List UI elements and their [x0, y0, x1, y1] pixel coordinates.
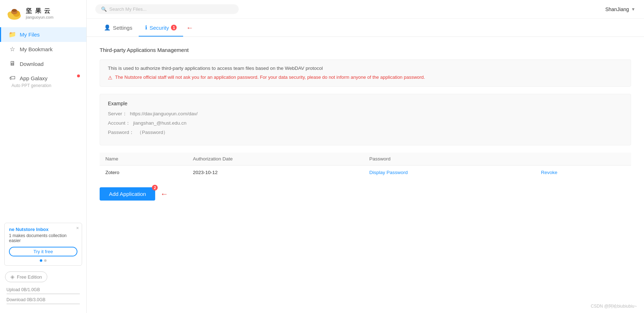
promo-desc: 1 makes documents collection easier: [9, 233, 77, 243]
sidebar-item-app-galaxy[interactable]: 🏷 App Galaxy: [0, 71, 86, 85]
password-value: （Password）: [137, 130, 168, 135]
download-label: Download 0B/3.0GB: [6, 297, 80, 302]
col-action: [535, 153, 631, 165]
password-label: Password：: [108, 130, 134, 135]
add-app-arrow-icon: ←: [160, 189, 168, 199]
svg-point-4: [12, 9, 17, 12]
topbar: 🔍 Search My Files... ShanJiang ▼: [87, 0, 644, 19]
add-app-area: Add Application 2 ←: [100, 187, 631, 201]
security-badge: 1: [171, 25, 177, 30]
sidebar: 坚 果 云 jianguoyun.com 📁 My Files ☆ My Boo…: [0, 0, 87, 313]
content-area: Third-party Applications Management This…: [87, 37, 644, 313]
promo-dot-2: [44, 259, 47, 262]
sidebar-item-label: App Galaxy: [20, 75, 48, 81]
server-label: Server：: [108, 111, 127, 116]
tab-settings[interactable]: 👤 Settings: [97, 19, 139, 37]
app-galaxy-badge: [77, 74, 80, 77]
add-application-label: Add Application: [109, 191, 146, 197]
example-account: Account： jiangshan_@hust.edu.cn: [108, 120, 623, 126]
info-box: This is used to authorize third-party ap…: [100, 59, 631, 87]
revoke-button[interactable]: Revoke: [541, 170, 557, 175]
try-it-free-button[interactable]: Try it free: [9, 247, 77, 256]
info-warning: ⚠ The Nutstore official staff will not a…: [108, 74, 623, 81]
tab-security[interactable]: ℹ Security 1: [139, 19, 183, 37]
account-label: Account：: [108, 120, 130, 126]
warning-text: The Nutstore official staff will not ask…: [115, 74, 425, 80]
free-edition-badge[interactable]: ◈ Free Edition: [5, 271, 47, 282]
search-placeholder: Search My Files...: [109, 6, 147, 12]
logo-en: jianguoyun.com: [26, 15, 53, 20]
logo-area: 坚 果 云 jianguoyun.com: [0, 0, 86, 26]
diamond-icon: ◈: [10, 274, 15, 280]
promo-card: × ne Nutstore Inbox 1 makes documents co…: [4, 223, 82, 266]
person-icon: 👤: [104, 24, 111, 31]
free-edition-label: Free Edition: [17, 274, 42, 280]
table-header: Name Authorization Date Password: [100, 153, 631, 165]
sidebar-item-label: My Bookmark: [20, 46, 53, 52]
server-value: https://dav.jianguoyun.com/dav/: [130, 111, 198, 116]
example-title: Example: [108, 101, 623, 106]
sidebar-item-label: Download: [20, 61, 44, 67]
footer-note: CSDN @阿哈biubiubiu~: [591, 303, 637, 309]
tab-security-label: Security: [149, 25, 169, 31]
warning-icon: ⚠: [108, 75, 113, 81]
sidebar-nav: 📁 My Files ☆ My Bookmark 🖥 Download 🏷 Ap…: [0, 26, 86, 220]
section-title: Third-party Applications Management: [100, 47, 631, 53]
upload-bar: [6, 293, 80, 294]
promo-dot-1: [40, 259, 42, 262]
promo-dots: [9, 259, 77, 262]
storage-info: Upload 0B/1.0GB Download 0B/3.0GB: [0, 285, 86, 313]
logo-icon: [6, 6, 23, 21]
monitor-icon: 🖥: [8, 60, 16, 67]
sidebar-item-my-files[interactable]: 📁 My Files: [0, 27, 86, 42]
promo-title: ne Nutstore Inbox: [9, 227, 77, 232]
table-body: Zotero 2023-10-12 Display Password Revok…: [100, 165, 631, 180]
app-date-cell: 2023-10-12: [187, 165, 363, 180]
security-arrow-icon: ←: [186, 24, 193, 32]
chevron-down-icon: ▼: [631, 7, 635, 12]
promo-close-button[interactable]: ×: [76, 225, 79, 231]
applications-table: Name Authorization Date Password Zotero …: [100, 153, 631, 179]
bookmark-icon: ☆: [8, 45, 16, 53]
app-name-cell: Zotero: [100, 165, 187, 180]
add-application-button[interactable]: Add Application 2: [100, 187, 155, 201]
tabs-bar: 👤 Settings ℹ Security 1 ←: [87, 19, 644, 37]
user-menu[interactable]: ShanJiang ▼: [605, 6, 635, 12]
logo-cn: 坚 果 云: [26, 8, 53, 15]
tag-icon: 🏷: [8, 74, 16, 82]
col-password: Password: [363, 153, 535, 165]
search-box[interactable]: 🔍 Search My Files...: [95, 4, 239, 14]
sidebar-item-download[interactable]: 🖥 Download: [0, 57, 86, 71]
tab-settings-label: Settings: [113, 25, 132, 31]
add-app-badge: 2: [152, 185, 158, 191]
app-revoke-cell: Revoke: [535, 165, 631, 180]
app-password-cell: Display Password: [363, 165, 535, 180]
col-auth-date: Authorization Date: [187, 153, 363, 165]
sidebar-item-label: My Files: [20, 32, 40, 38]
info-desc: This is used to authorize third-party ap…: [108, 66, 623, 71]
table-row: Zotero 2023-10-12 Display Password Revok…: [100, 165, 631, 180]
info-icon: ℹ: [145, 24, 147, 31]
search-icon: 🔍: [101, 6, 107, 12]
col-name: Name: [100, 153, 187, 165]
download-bar: [6, 303, 80, 304]
example-box: Example Server： https://dav.jianguoyun.c…: [100, 94, 631, 145]
example-server: Server： https://dav.jianguoyun.com/dav/: [108, 111, 623, 117]
sidebar-item-my-bookmark[interactable]: ☆ My Bookmark: [0, 42, 86, 57]
folder-icon: 📁: [8, 31, 16, 38]
display-password-button[interactable]: Display Password: [369, 170, 407, 175]
logo-text: 坚 果 云 jianguoyun.com: [26, 8, 53, 20]
user-name: ShanJiang: [605, 6, 629, 12]
account-value: jiangshan_@hust.edu.cn: [133, 120, 187, 126]
example-password: Password： （Password）: [108, 129, 623, 136]
upload-label: Upload 0B/1.0GB: [6, 287, 80, 292]
main-content: 🔍 Search My Files... ShanJiang ▼ 👤 Setti…: [87, 0, 644, 313]
